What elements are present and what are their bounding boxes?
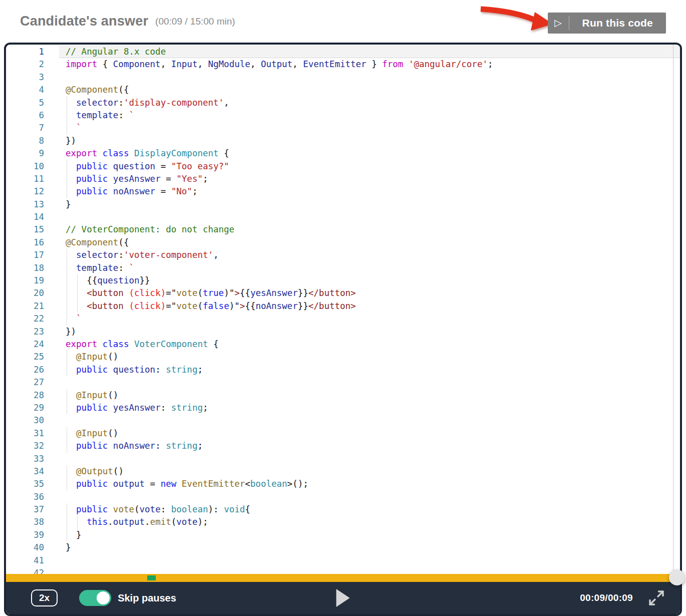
line-number: 27 [6, 376, 44, 389]
code-line-content: selector:'voter-component', [59, 249, 680, 261]
line-number: 28 [6, 389, 44, 402]
code-line[interactable]: 20 <button (click)="vote(true)">{{yesAns… [6, 287, 680, 299]
play-icon[interactable] [336, 589, 350, 607]
code-line[interactable]: 24export class VoterComponent { [6, 338, 680, 351]
code-line-content: ` [59, 122, 680, 134]
code-line[interactable]: 33 [6, 453, 680, 465]
code-line[interactable]: 21 <button (click)="vote(false)">{{noAns… [6, 300, 680, 313]
code-line[interactable]: 34 @Output() [6, 465, 680, 478]
code-line[interactable]: 31 @Input() [6, 427, 680, 440]
line-number: 34 [6, 465, 44, 478]
code-line-content [59, 71, 680, 84]
code-line[interactable]: 38 this.output.emit(vote); [6, 516, 680, 528]
line-number: 9 [6, 147, 44, 160]
code-line[interactable]: 42 [6, 567, 680, 574]
code-line[interactable]: 15// VoterComponent: do not change [6, 223, 680, 236]
toggle-knob [97, 591, 110, 604]
line-number: 13 [6, 198, 44, 211]
code-line-content: export class DisplayComponent { [59, 147, 680, 160]
code-line-content: selector:'display-component', [59, 97, 680, 109]
code-line-content [59, 211, 680, 223]
code-line[interactable]: 17 selector:'voter-component', [6, 249, 680, 261]
line-number: 38 [6, 516, 44, 528]
line-number: 21 [6, 300, 44, 313]
code-line[interactable]: 11 public yesAnswer = "Yes"; [6, 173, 680, 185]
code-line-content: import { Component, Input, NgModule, Out… [59, 58, 680, 71]
code-line[interactable]: 28 @Input() [6, 389, 680, 402]
code-line-content: <button (click)="vote(false)">{{noAnswer… [59, 300, 680, 313]
progress-marker[interactable] [147, 575, 156, 580]
code-line-content: ` [59, 313, 680, 325]
code-line[interactable]: 12 public noAnswer = "No"; [6, 185, 680, 198]
line-number: 18 [6, 262, 44, 274]
playback-speed-button[interactable]: 2x [31, 589, 58, 606]
code-line-content: @Component({ [59, 84, 680, 96]
code-line[interactable]: 6 template: ` [6, 109, 680, 122]
code-line[interactable]: 14 [6, 211, 680, 223]
code-line[interactable]: 10 public question = "Too easy?" [6, 160, 680, 173]
code-line-content: <button (click)="vote(true)">{{yesAnswer… [59, 287, 680, 299]
code-line-content: this.output.emit(vote); [59, 516, 680, 528]
scrollbar-track[interactable] [673, 45, 673, 574]
skip-pauses-toggle[interactable] [79, 590, 111, 606]
code-line[interactable]: 16@Component({ [6, 236, 680, 249]
code-line[interactable]: 37 public vote(vote: boolean): void{ [6, 503, 680, 516]
code-line-content: public yesAnswer = "Yes"; [59, 173, 680, 185]
line-number: 16 [6, 236, 44, 249]
code-line[interactable]: 40} [6, 541, 680, 554]
code-line[interactable]: 1// Angular 8.x code [6, 46, 680, 58]
code-editor-panel: 1// Angular 8.x code2import { Component,… [4, 43, 682, 616]
code-line[interactable]: 19 {{question}} [6, 274, 680, 287]
line-number: 29 [6, 402, 44, 414]
skip-pauses-label: Skip pauses [118, 592, 176, 604]
code-line[interactable]: 36 [6, 491, 680, 503]
line-number: 33 [6, 453, 44, 465]
code-line[interactable]: 18 template: ` [6, 262, 680, 274]
code-line[interactable]: 29 public yesAnswer: string; [6, 402, 680, 414]
line-number: 42 [6, 567, 44, 574]
line-number: 39 [6, 529, 44, 541]
progress-bar[interactable] [6, 574, 680, 582]
code-line[interactable]: 41 [6, 554, 680, 567]
code-line-content: template: ` [59, 262, 680, 274]
code-line[interactable]: 13} [6, 198, 680, 211]
code-line[interactable]: 27 [6, 376, 680, 389]
code-line-content: public question = "Too easy?" [59, 160, 680, 173]
scrollbar-thumb[interactable] [669, 569, 685, 585]
code-line[interactable]: 39 } [6, 529, 680, 541]
code-line-content [59, 491, 680, 503]
code-line[interactable]: 25 @Input() [6, 351, 680, 363]
line-number: 22 [6, 313, 44, 325]
code-line-content: } [59, 198, 680, 211]
code-line-content: template: ` [59, 109, 680, 122]
code-line[interactable]: 7 ` [6, 122, 680, 134]
code-line[interactable]: 4@Component({ [6, 84, 680, 96]
code-line[interactable]: 35 public output = new EventEmitter<bool… [6, 478, 680, 490]
code-line[interactable]: 32 public noAnswer: string; [6, 440, 680, 452]
playback-time: 00:09/00:09 [580, 592, 633, 603]
code-line[interactable]: 9export class DisplayComponent { [6, 147, 680, 160]
code-line[interactable]: 8}) [6, 135, 680, 147]
line-number: 10 [6, 160, 44, 173]
code-line[interactable]: 3 [6, 71, 680, 84]
line-number: 40 [6, 541, 44, 554]
code-line[interactable]: 30 [6, 414, 680, 427]
code-line[interactable]: 5 selector:'display-component', [6, 97, 680, 109]
line-number: 15 [6, 223, 44, 236]
code-line[interactable]: 2import { Component, Input, NgModule, Ou… [6, 58, 680, 71]
fullscreen-expand-icon[interactable] [648, 589, 665, 606]
playback-bar: 2x Skip pauses 00:09/00:09 [6, 574, 680, 614]
code-line-content: public noAnswer: string; [59, 440, 680, 452]
run-code-button[interactable]: ▷ Run this code [548, 13, 666, 34]
code-line[interactable]: 23}) [6, 326, 680, 338]
code-line[interactable]: 26 public question: string; [6, 364, 680, 376]
line-number: 20 [6, 287, 44, 299]
line-number: 2 [6, 58, 44, 71]
screenshot-root: Candidate's answer (00:09 / 15:00 min) ▷… [0, 0, 686, 616]
code-line-content: public question: string; [59, 364, 680, 376]
code-editor[interactable]: 1// Angular 8.x code2import { Component,… [6, 45, 680, 574]
code-line[interactable]: 22 ` [6, 313, 680, 325]
code-line-content: export class VoterComponent { [59, 338, 680, 351]
line-number: 31 [6, 427, 44, 440]
line-number: 3 [6, 71, 44, 84]
